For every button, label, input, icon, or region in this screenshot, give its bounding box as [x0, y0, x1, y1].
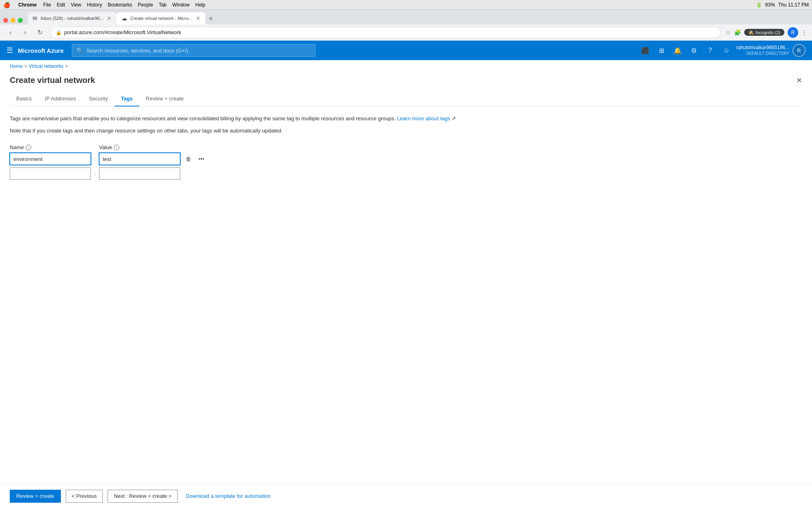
main-content: Basics IP Addresses Security Tags Review… [0, 91, 812, 180]
close-page-button[interactable]: ✕ [796, 76, 802, 85]
hamburger-menu-button[interactable]: ☰ [6, 46, 13, 55]
tags-note: Note that if you create tags and then ch… [10, 127, 802, 135]
traffic-lights[interactable] [3, 18, 23, 23]
browser-toolbar-actions[interactable]: ☆ 🧩 🕵 Incognito (2) R ⋮ [726, 27, 807, 38]
menu-window[interactable]: Window [172, 2, 190, 8]
azure-user-info: rahulshivalkar9665196... DEFAULT DIRECTO… [736, 45, 789, 56]
tab-review-create[interactable]: Review + create [139, 91, 190, 106]
battery-icon: 🔋 [756, 2, 762, 8]
cloud-shell-icon[interactable]: ⬛ [639, 44, 652, 57]
tab2-close-button[interactable]: ✕ [196, 15, 201, 22]
row1-separator: : [91, 156, 99, 162]
tag-row1-actions: 🗑 ••• [183, 153, 207, 165]
reload-button[interactable]: ↻ [34, 27, 45, 38]
name-info-icon[interactable]: i [26, 145, 31, 150]
app-name: Chrome [18, 2, 37, 8]
name-column-header: Name i [10, 144, 91, 150]
menu-tab[interactable]: Tab [159, 2, 166, 8]
chrome-menu-icon[interactable]: ⋮ [801, 29, 807, 36]
directory-icon[interactable]: ⊞ [655, 44, 668, 57]
tag-value-input-1[interactable] [99, 153, 180, 165]
mac-system-info: 🔋 93% Thu 11:17 PM [756, 2, 809, 8]
tag-name-input-2[interactable] [10, 167, 91, 180]
wizard-tabs: Basics IP Addresses Security Tags Review… [10, 91, 802, 106]
tab-tags[interactable]: Tags [114, 91, 139, 106]
clock: Thu 11:17 PM [778, 2, 809, 8]
breadcrumb-sep2: > [65, 63, 68, 69]
tag-value-input-2[interactable] [99, 167, 180, 180]
forward-button[interactable]: › [19, 27, 31, 38]
azure-logo: Microsoft Azure [18, 47, 64, 54]
bookmark-icon[interactable]: ☆ [726, 29, 731, 36]
tag-row-2: : [10, 167, 213, 180]
azure-topbar-actions: ⬛ ⊞ 🔔 ⚙ ? ☺ rahulshivalkar9665196... DEF… [639, 44, 806, 57]
mac-menu-items[interactable]: File Edit View History Bookmarks People … [43, 2, 205, 8]
tab1-close-button[interactable]: ✕ [107, 15, 112, 22]
tab2-favicon: ☁ [121, 15, 127, 22]
menu-people[interactable]: People [138, 2, 153, 8]
value-column-header: Value i [99, 144, 180, 150]
breadcrumb-virtual-networks[interactable]: Virtual networks [29, 63, 63, 69]
tag-name-input-1[interactable] [10, 153, 91, 165]
page-header: Create virtual network ✕ [0, 72, 812, 91]
browser-tab-2[interactable]: ☁ Create virtual network - Micro... ✕ [117, 12, 205, 24]
breadcrumb-sep1: > [24, 63, 27, 69]
battery-level: 93% [765, 2, 775, 8]
lock-icon: 🔒 [56, 30, 62, 35]
menu-file[interactable]: File [43, 2, 51, 8]
menu-help[interactable]: Help [195, 2, 205, 8]
tag-delete-button-1[interactable]: 🗑 [183, 153, 194, 165]
azure-search-placeholder: Search resources, services, and docs (G+… [86, 48, 188, 54]
azure-user-avatar[interactable]: R [793, 44, 806, 57]
value-info-icon[interactable]: i [114, 145, 119, 150]
tag-more-button-1[interactable]: ••• [196, 153, 207, 165]
azure-user-directory: DEFAULT DIRECTORY [736, 51, 789, 56]
tab1-title: Inbox (528) - rahulshivalkar96... [41, 16, 104, 21]
help-icon[interactable]: ? [704, 44, 717, 57]
browser-tab-1[interactable]: ✉ Inbox (528) - rahulshivalkar96... ✕ [28, 12, 117, 24]
azure-search-icon: 🔍 [76, 47, 83, 54]
azure-topbar: ☰ Microsoft Azure 🔍 Search resources, se… [0, 41, 812, 60]
menu-view[interactable]: View [71, 2, 81, 8]
feedback-icon[interactable]: ☺ [720, 44, 733, 57]
tag-row-1: : 🗑 ••• [10, 153, 213, 165]
user-avatar[interactable]: R [788, 27, 798, 38]
close-window-button[interactable] [3, 18, 8, 23]
tab-ip-addresses[interactable]: IP Addresses [38, 91, 82, 106]
tab2-title: Create virtual network - Micro... [130, 16, 192, 21]
row2-separator: : [91, 171, 99, 177]
incognito-badge: 🕵 Incognito (2) [744, 29, 784, 36]
notifications-icon[interactable]: 🔔 [671, 44, 684, 57]
chrome-address-bar: ‹ › ↻ 🔒 portal.azure.com/#create/Microso… [0, 24, 812, 41]
settings-icon[interactable]: ⚙ [687, 44, 700, 57]
page-title: Create virtual network [10, 76, 95, 85]
mac-menubar: 🍎 Chrome File Edit View History Bookmark… [0, 0, 812, 10]
incognito-icon: 🕵 [748, 30, 754, 35]
apple-icon: 🍎 [3, 2, 10, 8]
breadcrumb: Home > Virtual networks > [0, 60, 812, 72]
tags-table: Name i Value i : 🗑 ••• : [10, 144, 213, 180]
azure-search-bar[interactable]: 🔍 Search resources, services, and docs (… [72, 44, 315, 57]
learn-more-link[interactable]: Learn more about tags [397, 115, 450, 122]
back-button[interactable]: ‹ [5, 27, 16, 38]
breadcrumb-home[interactable]: Home [10, 63, 23, 69]
extensions-icon[interactable]: 🧩 [734, 29, 741, 36]
tab1-favicon: ✉ [32, 15, 37, 22]
url-bar[interactable]: 🔒 portal.azure.com/#create/Microsoft.Vir… [50, 27, 721, 38]
tags-table-header: Name i Value i [10, 144, 213, 150]
maximize-window-button[interactable] [18, 18, 23, 23]
tab-basics[interactable]: Basics [10, 91, 38, 106]
tags-description: Tags are name/value pairs that enable yo… [10, 115, 802, 123]
azure-user-name: rahulshivalkar9665196... [736, 45, 789, 51]
tab-security[interactable]: Security [82, 91, 114, 106]
minimize-window-button[interactable] [11, 18, 15, 23]
new-tab-button[interactable]: + [205, 13, 217, 24]
nav-buttons[interactable]: ‹ › ↻ [5, 27, 45, 38]
menu-edit[interactable]: Edit [57, 2, 65, 8]
chrome-tabs-bar: ✉ Inbox (528) - rahulshivalkar96... ✕ ☁ … [0, 10, 812, 24]
menu-bookmarks[interactable]: Bookmarks [108, 2, 132, 8]
incognito-label: Incognito (2) [756, 30, 780, 35]
url-text: portal.azure.com/#create/Microsoft.Virtu… [64, 29, 181, 35]
menu-history[interactable]: History [87, 2, 102, 8]
